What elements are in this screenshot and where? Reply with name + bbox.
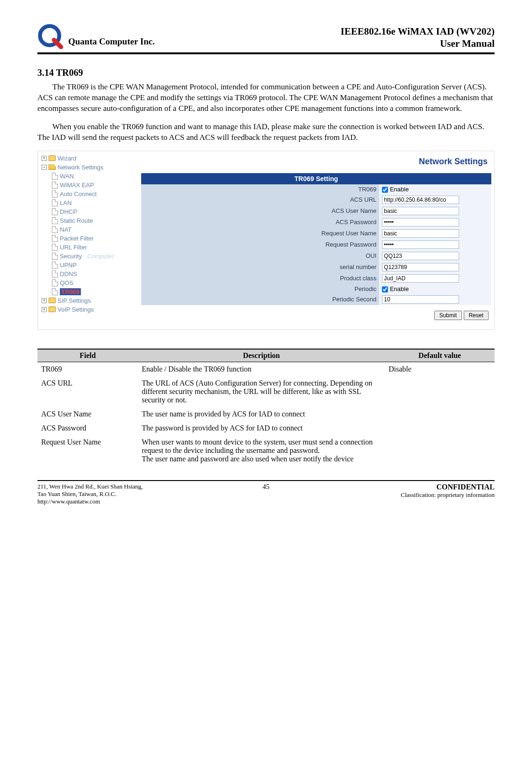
footer-address-1: 211, Wen Hwa 2nd Rd., Kuei Shan Hsiang, bbox=[37, 483, 211, 490]
tree-item-auto-connect[interactable]: Auto Connect bbox=[40, 190, 137, 198]
cell-field: Request User Name bbox=[37, 435, 138, 466]
cell-field: ACS User Name bbox=[37, 407, 138, 421]
tree-label: Static Route bbox=[60, 217, 93, 224]
tree-network-settings[interactable]: − Network Settings bbox=[40, 163, 137, 172]
cell-desc: The password is provided by ACS for IAD … bbox=[138, 421, 385, 435]
tree-voip-settings[interactable]: + VoIP Settings bbox=[40, 305, 137, 314]
folder-icon bbox=[49, 306, 56, 312]
row-label-oui: OUI bbox=[141, 250, 379, 262]
cell-desc: The user name is provided by ACS for IAD… bbox=[138, 407, 385, 421]
row-label-acs-password: ACS Password bbox=[141, 217, 379, 228]
cell-field: ACS Password bbox=[37, 421, 138, 435]
field-description-table: Field Description Default value TR069 En… bbox=[37, 349, 495, 466]
col-default: Default value bbox=[385, 349, 495, 362]
table-row: ACS URL The URL of ACS (Auto Configurati… bbox=[37, 376, 495, 407]
row-label-acs-user: ACS User Name bbox=[141, 205, 379, 217]
file-icon bbox=[52, 173, 58, 180]
page-header: Quanta Computer Inc. IEEE802.16e WiMAX I… bbox=[37, 23, 495, 54]
tree-item-nat[interactable]: NAT bbox=[40, 225, 137, 234]
tree-label: DDNS bbox=[60, 270, 77, 277]
tree-sip-settings[interactable]: + SIP Settings bbox=[40, 296, 137, 305]
tr069-settings-table: TR069 Setting TR069 Enable ACS URL ACS U… bbox=[141, 173, 491, 305]
tree-item-url-filter[interactable]: URL Filter bbox=[40, 243, 137, 252]
acs-user-input[interactable] bbox=[382, 207, 459, 215]
settings-screenshot: + Wizard − Network Settings WAN WiMAX EA… bbox=[37, 151, 495, 330]
row-label-periodic-second: Periodic Second bbox=[141, 294, 379, 305]
expand-plus-icon[interactable]: + bbox=[42, 156, 47, 161]
cell-desc: The URL of ACS (Auto Configuration Serve… bbox=[138, 376, 385, 407]
company-name: Quanta Computer Inc. bbox=[68, 36, 155, 50]
tree-label: Packet Filter bbox=[60, 235, 93, 242]
tree-label: URL Filter bbox=[60, 244, 87, 251]
serial-input[interactable] bbox=[382, 263, 459, 271]
file-icon bbox=[52, 190, 58, 197]
cell-default: Disable bbox=[385, 362, 495, 376]
checkbox-label: Enable bbox=[390, 285, 409, 292]
cell-desc: When user wants to mount device to the s… bbox=[138, 435, 385, 466]
tree-item-tr069[interactable]: TR069 bbox=[40, 287, 137, 296]
tree-label: WAN bbox=[60, 173, 74, 180]
file-icon bbox=[52, 253, 58, 260]
periodic-enable-checkbox[interactable]: Enable bbox=[382, 285, 409, 292]
folder-icon bbox=[49, 155, 56, 161]
tree-item-dhcp[interactable]: DHCP bbox=[40, 207, 137, 216]
row-label-acs-url: ACS URL bbox=[141, 194, 379, 205]
tree-wizard[interactable]: + Wizard bbox=[40, 154, 137, 163]
checkbox-label: Enable bbox=[390, 186, 409, 193]
tree-label: QOS bbox=[60, 279, 73, 286]
tree-item-packet-filter[interactable]: Packet Filter bbox=[40, 234, 137, 243]
reset-button[interactable]: Reset bbox=[464, 311, 489, 320]
row-label-periodic: Periodic bbox=[141, 284, 379, 294]
request-password-input[interactable] bbox=[382, 241, 459, 249]
file-icon bbox=[52, 217, 58, 224]
tree-item-upnp[interactable]: UPNP bbox=[40, 261, 137, 270]
oui-input[interactable] bbox=[382, 252, 459, 260]
acs-password-input[interactable] bbox=[382, 218, 459, 226]
cell-field: ACS URL bbox=[37, 376, 138, 407]
tree-label: SIP Settings bbox=[58, 297, 91, 304]
periodic-second-input[interactable] bbox=[382, 295, 459, 304]
tree-item-security[interactable]: Security Computer bbox=[40, 252, 137, 261]
expand-plus-icon[interactable]: + bbox=[42, 307, 47, 312]
folder-open-icon bbox=[49, 164, 56, 170]
company-logo-icon bbox=[37, 23, 64, 50]
row-label-serial: serial number bbox=[141, 262, 379, 273]
product-class-input[interactable] bbox=[382, 274, 459, 283]
tree-item-lan[interactable]: LAN bbox=[40, 198, 137, 207]
cell-desc: Enable / Disable the TR069 function bbox=[138, 362, 385, 376]
row-label-tr069: TR069 bbox=[141, 184, 379, 194]
acs-url-input[interactable] bbox=[382, 196, 459, 204]
tree-item-wan[interactable]: WAN bbox=[40, 172, 137, 181]
doc-title-line1: IEEE802.16e WiMAX IAD (WV202) bbox=[341, 25, 495, 37]
file-icon bbox=[52, 244, 58, 251]
footer-classification: Classification: proprietary information bbox=[321, 491, 495, 499]
tree-label: NAT bbox=[60, 226, 72, 233]
tr069-enable-checkbox[interactable]: Enable bbox=[382, 186, 409, 193]
tree-label-selected: TR069 bbox=[61, 288, 79, 295]
expand-minus-icon[interactable]: − bbox=[42, 165, 47, 170]
file-icon bbox=[52, 288, 58, 295]
file-icon bbox=[52, 199, 58, 206]
tree-label: LAN bbox=[60, 199, 72, 206]
file-icon bbox=[52, 279, 58, 286]
table-row: ACS User Name The user name is provided … bbox=[37, 407, 495, 421]
cell-field: TR069 bbox=[37, 362, 138, 376]
expand-plus-icon[interactable]: + bbox=[42, 298, 47, 303]
tree-item-qos[interactable]: QOS bbox=[40, 278, 137, 287]
table-row: Request User Name When user wants to mou… bbox=[37, 435, 495, 466]
tree-item-static-route[interactable]: Static Route bbox=[40, 216, 137, 225]
table-row: TR069 Enable / Disable the TR069 functio… bbox=[37, 362, 495, 376]
tree-item-wimax-eap[interactable]: WiMAX EAP bbox=[40, 181, 137, 190]
section-paragraph-1: The TR069 is the CPE WAN Management Prot… bbox=[37, 82, 495, 114]
folder-icon bbox=[49, 298, 56, 303]
request-user-input[interactable] bbox=[382, 229, 459, 238]
file-icon bbox=[52, 262, 58, 269]
tree-item-ddns[interactable]: DDNS bbox=[40, 270, 137, 278]
page-footer: 211, Wen Hwa 2nd Rd., Kuei Shan Hsiang, … bbox=[37, 480, 495, 505]
footer-url: http://www.quantatw.com bbox=[37, 498, 211, 505]
section-paragraph-2: When you enable the TR069 function and w… bbox=[37, 122, 495, 143]
file-icon bbox=[52, 182, 58, 189]
submit-button[interactable]: Submit bbox=[434, 311, 462, 320]
nav-tree: + Wizard − Network Settings WAN WiMAX EA… bbox=[38, 151, 138, 329]
row-label-request-password: Request Password bbox=[141, 239, 379, 250]
